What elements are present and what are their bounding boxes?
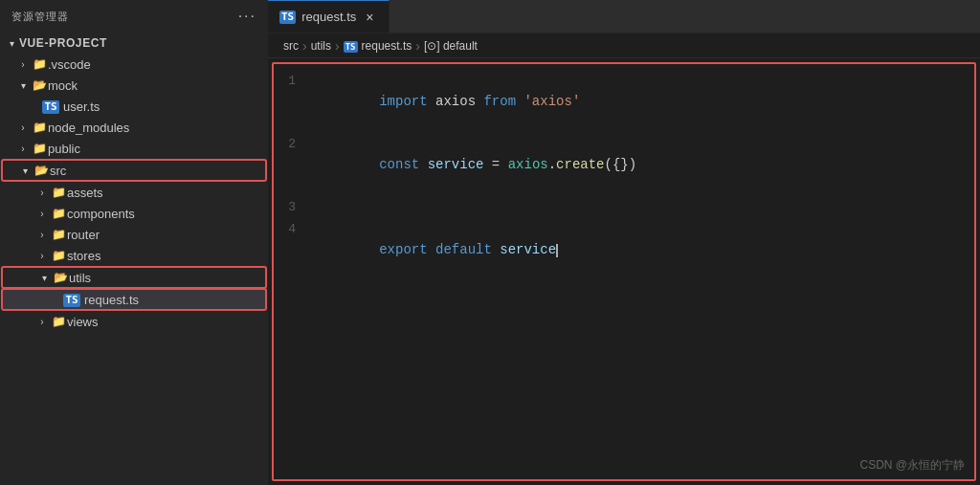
line-number: 3 [272, 197, 315, 218]
line-content: const service = axios.create({}) [315, 133, 636, 196]
breadcrumb-src: src [283, 39, 299, 53]
token-plain: ({}) [605, 157, 637, 172]
folder-icon: 📁 [50, 207, 67, 220]
line-number: 1 [272, 71, 315, 92]
tab-bar: TS request.ts × [268, 0, 980, 33]
breadcrumb-sep-icon: › [415, 38, 420, 54]
text-cursor [556, 244, 558, 257]
breadcrumb: src › utils › TS request.ts › [⊙] defaul… [268, 33, 980, 58]
folder-icon: 📁 [50, 249, 67, 262]
token-keyword: from [483, 94, 516, 109]
breadcrumb-sep-icon: › [302, 38, 307, 54]
breadcrumb-sep-icon: › [335, 38, 340, 54]
folder-icon: 📁 [50, 228, 67, 241]
expand-arrow-icon: › [15, 122, 31, 133]
sidebar-item-label: src [50, 164, 266, 178]
expand-arrow-icon: › [34, 187, 50, 198]
sidebar-item-src[interactable]: ▾ 📂 src [2, 160, 266, 181]
tab-request-ts[interactable]: TS request.ts × [268, 0, 390, 33]
code-line-3: 3 [272, 196, 976, 218]
code-line-1: 1 import axios from 'axios' [272, 70, 976, 133]
sidebar-item-label: .vscode [48, 57, 268, 72]
expand-arrow-icon: › [15, 143, 31, 154]
expand-arrow-icon: › [34, 317, 50, 327]
sidebar-item-node-modules[interactable]: › 📁 node_modules [0, 117, 268, 138]
sidebar-header: 资源管理器 ··· [0, 0, 268, 33]
sidebar-item-stores[interactable]: › 📁 stores [0, 245, 268, 266]
folder-icon: 📁 [50, 186, 67, 199]
line-content: import axios from 'axios' [315, 70, 580, 133]
folder-icon: 📁 [31, 57, 48, 71]
token-variable: service [500, 242, 556, 257]
code-line-4: 4 export default service [272, 218, 976, 281]
editor-area: TS request.ts × src › utils › TS request… [268, 0, 980, 485]
sidebar-item-label: utils [69, 271, 266, 285]
token-plain: . [548, 157, 556, 172]
tab-close-button[interactable]: × [362, 10, 377, 25]
folder-open-icon: 📂 [52, 271, 69, 284]
token-plain [419, 157, 427, 172]
sidebar-item-mock[interactable]: ▾ 📂 mock [0, 75, 268, 96]
sidebar-item-request-ts[interactable]: TS request.ts [2, 289, 266, 310]
sidebar-item-assets[interactable]: › 📁 assets [0, 182, 268, 203]
sidebar-item-label: router [67, 228, 268, 242]
breadcrumb-symbol: [⊙] default [424, 39, 478, 53]
expand-arrow-icon: ▾ [36, 273, 52, 283]
token-plain: axios [428, 94, 484, 109]
code-editor[interactable]: 1 import axios from 'axios' 2 const serv… [272, 62, 976, 481]
line-content [315, 196, 323, 217]
sidebar-item-label: views [67, 315, 268, 329]
sidebar-item-label: components [67, 207, 268, 221]
token-keyword: default [435, 242, 492, 257]
folder-open-icon: 📂 [33, 164, 50, 177]
sidebar-item-vue-project[interactable]: ▾ VUE-PROJECT [0, 33, 268, 54]
sidebar-item-label: assets [67, 186, 268, 200]
breadcrumb-filename: request.ts [362, 39, 412, 53]
sidebar-item-label: stores [67, 249, 268, 263]
tab-filename: request.ts [301, 10, 356, 24]
sidebar-item-vscode[interactable]: › 📁 .vscode [0, 54, 268, 75]
project-root-label: VUE-PROJECT [19, 36, 268, 50]
sidebar-item-utils[interactable]: ▾ 📂 utils [2, 267, 266, 288]
sidebar-item-label: user.ts [63, 99, 268, 114]
code-line-2: 2 const service = axios.create({}) [272, 133, 976, 196]
folder-icon: 📁 [31, 142, 48, 155]
token-plain [428, 242, 435, 257]
sidebar: 资源管理器 ··· ▾ VUE-PROJECT › 📁 .vscode ▾ 📂 … [0, 0, 268, 485]
token-class: axios [508, 157, 548, 172]
token-variable: service [428, 157, 484, 172]
folder-icon: 📁 [50, 315, 67, 328]
sidebar-item-label: request.ts [84, 293, 266, 307]
token-string: 'axios' [523, 94, 580, 109]
expand-arrow-icon: › [34, 251, 50, 261]
expand-arrow-icon: ▾ [4, 38, 19, 49]
sidebar-item-label: mock [48, 78, 268, 93]
token-plain: = [483, 157, 507, 172]
token-keyword: const [379, 157, 419, 172]
folder-icon: 📁 [31, 121, 48, 134]
token-keyword: export [379, 242, 427, 257]
expand-arrow-icon: › [34, 209, 50, 219]
breadcrumb-utils: utils [311, 39, 331, 53]
sidebar-item-user-ts[interactable]: TS user.ts [0, 96, 268, 117]
breadcrumb-ts-icon: TS [344, 39, 358, 53]
expand-arrow-icon: ▾ [17, 165, 33, 176]
sidebar-item-views[interactable]: › 📁 views [0, 311, 268, 332]
token-function: create [556, 157, 604, 172]
line-number: 4 [272, 219, 315, 240]
expand-arrow-icon: ▾ [15, 80, 31, 91]
watermark: CSDN @永恒的宁静 [859, 457, 965, 474]
token-keyword: import [379, 94, 427, 109]
sidebar-item-router[interactable]: › 📁 router [0, 224, 268, 245]
sidebar-item-public[interactable]: › 📁 public [0, 138, 268, 159]
sidebar-item-components[interactable]: › 📁 components [0, 203, 268, 224]
sidebar-menu-button[interactable]: ··· [238, 8, 256, 25]
tab-ts-icon: TS [279, 11, 296, 24]
expand-arrow-icon: › [34, 230, 50, 240]
token-plain [492, 242, 500, 257]
ts-file-icon: TS [42, 99, 59, 114]
sidebar-item-label: node_modules [48, 121, 268, 135]
line-number: 2 [272, 134, 315, 155]
ts-file-icon: TS [63, 293, 80, 307]
expand-arrow-icon: › [15, 59, 31, 70]
